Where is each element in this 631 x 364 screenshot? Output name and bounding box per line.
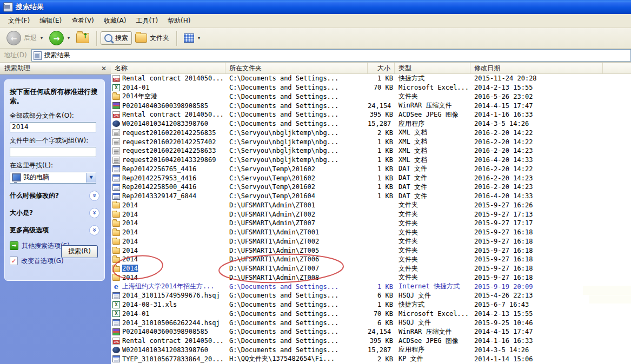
file-row[interactable]: request20160420143329869C:\Servyou\nbglj… — [111, 156, 631, 165]
word-input[interactable] — [10, 147, 96, 157]
search-toggle-button[interactable]: 搜索 — [101, 31, 132, 45]
file-name[interactable]: W020140103412083398760 — [122, 120, 208, 127]
menu-item-2[interactable]: 查看(V) — [67, 15, 99, 27]
search-section-0[interactable]: 什么时候修改的?» — [10, 191, 99, 201]
file-row[interactable]: Rental contract 2014050...C:\Documents a… — [111, 110, 631, 119]
search-section-2[interactable]: 更多高级选项» — [10, 225, 99, 235]
menu-item-4[interactable]: 工具(T) — [131, 15, 163, 27]
filename-input[interactable] — [10, 122, 96, 132]
file-row[interactable]: 2014D:\UFSMART1\Admin\ZT008文件夹2015-9-27 … — [111, 273, 631, 282]
file-name[interactable]: TYEP_310105677833864_20... — [122, 355, 224, 363]
file-name[interactable]: P020140403600398908585 — [122, 328, 208, 335]
file-row[interactable]: Rental contract 2014050...G:\Documents a… — [111, 336, 631, 346]
file-row[interactable]: Rep20142258500_4416C:\Servyou\Temp\20160… — [111, 183, 631, 192]
file-row[interactable]: 2014D:\UFSMART1\Admin\ZT005文件夹2015-9-27 … — [111, 246, 631, 255]
file-name[interactable]: request20160220142258633 — [122, 147, 216, 154]
address-combobox[interactable]: 搜索结果 — [31, 49, 631, 62]
file-size: 1 KB — [368, 301, 395, 308]
rar-file-icon — [112, 102, 120, 109]
file-name[interactable]: 2014 — [122, 265, 138, 272]
forward-dropdown-icon[interactable]: ▾ — [68, 36, 70, 41]
file-name[interactable]: P020140403600398908585 — [122, 102, 208, 110]
column-header-1[interactable]: 所在文件夹 — [225, 63, 368, 73]
file-name[interactable]: 2014_310115749599676.hsqj — [122, 292, 220, 299]
file-name[interactable]: Rep20142257953_4416 — [122, 174, 196, 182]
file-name[interactable]: Rental contract 2014050... — [122, 337, 224, 345]
chevron-expand-icon[interactable]: » — [89, 225, 99, 235]
file-row[interactable]: 2014D:\UFSMART\Admin\ZT002文件夹2015-9-27 1… — [111, 210, 631, 219]
file-name[interactable]: Rep20142256765_4416 — [122, 165, 196, 173]
file-row[interactable]: Rental contract 2014050...C:\Documents a… — [111, 74, 631, 83]
file-name[interactable]: W020140103412083398760 — [122, 346, 208, 354]
menu-item-0[interactable]: 文件(F) — [3, 15, 35, 27]
menu-item-5[interactable]: 帮助(H) — [163, 15, 195, 27]
file-row[interactable]: X2014-08-31.xlsG:\Documents and Settings… — [111, 300, 631, 309]
column-header-0[interactable]: 名称 — [111, 63, 225, 73]
file-name[interactable]: 2014 — [122, 211, 138, 218]
file-row[interactable]: 2014D:\UFSMART1\Admin\ZT007文件夹2015-9-27 … — [111, 264, 631, 273]
chevron-expand-icon[interactable]: » — [89, 208, 99, 218]
file-name[interactable]: request20160420143329869 — [122, 156, 216, 164]
file-row[interactable]: Rep20143329147_6844C:\Servyou\Temp\20160… — [111, 192, 631, 201]
file-name[interactable]: Rep20143329147_6844 — [122, 192, 196, 200]
menu-item-3[interactable]: 收藏(A) — [99, 15, 131, 27]
forward-button[interactable]: → ▾ — [46, 29, 73, 47]
column-header-3[interactable]: 类型 — [395, 63, 470, 73]
file-row[interactable]: P020140403600398908585G:\Documents and S… — [111, 327, 631, 336]
file-name[interactable]: 2014 — [122, 274, 138, 281]
up-button[interactable]: ↑ — [73, 31, 92, 45]
file-row[interactable]: W020140103412083398760G:\Documents and S… — [111, 346, 631, 355]
file-name[interactable]: 2014 — [122, 247, 138, 254]
file-row[interactable]: request20160220142257402C:\Servyou\nbglj… — [111, 137, 631, 146]
file-row[interactable]: 2014D:\UFSMART1\Admin\ZT001文件夹2015-9-27 … — [111, 228, 631, 237]
file-name[interactable]: 2014 — [122, 228, 138, 236]
file-name[interactable]: 2014 — [122, 201, 138, 209]
file-row[interactable]: 2014_310105066262244.hsqjG:\Documents an… — [111, 318, 631, 327]
file-row[interactable]: Rep20142257953_4416C:\Servyou\Temp\20160… — [111, 173, 631, 183]
file-row[interactable]: Rep20142256765_4416C:\Servyou\Temp\20160… — [111, 165, 631, 174]
file-row[interactable]: 2014D:\UFSMART1\Admin\ZT006文件夹2015-9-27 … — [111, 255, 631, 264]
chevron-down-icon[interactable]: ▼ — [86, 173, 96, 183]
file-name[interactable]: Rental contract 2014050... — [122, 75, 224, 82]
folders-toggle-button[interactable]: 文件夹 — [132, 32, 172, 44]
menu-item-1[interactable]: 编辑(E) — [35, 15, 67, 27]
close-icon[interactable]: ✕ — [101, 65, 107, 72]
file-row[interactable]: e上海纽约大学2014年招生方...G:\Documents and Setti… — [111, 282, 631, 291]
file-name[interactable]: 2014_310105066262244.hsqj — [122, 319, 220, 327]
file-name[interactable]: 2014 — [122, 255, 138, 263]
file-row[interactable]: X2014-01G:\Documents and Settings...70 K… — [111, 309, 631, 319]
views-button[interactable]: ▾ — [181, 32, 203, 44]
file-row[interactable]: P020140403600398908585C:\Documents and S… — [111, 101, 631, 110]
column-header-4[interactable]: 修改日期 — [470, 63, 603, 73]
views-dropdown-icon[interactable]: ▾ — [198, 36, 200, 41]
column-header-2[interactable]: 大小 — [368, 63, 395, 73]
file-name[interactable]: 2014年空港 — [122, 92, 157, 101]
file-name[interactable]: 2014 — [122, 219, 138, 227]
file-name[interactable]: 2014-08-31.xls — [122, 301, 177, 308]
look-in-dropdown[interactable]: 我的电脑 ▼ — [10, 172, 96, 184]
back-dropdown-icon[interactable]: ▾ — [41, 36, 43, 41]
file-row[interactable]: 2014年空港C:\Documents and Settings...文件夹20… — [111, 92, 631, 102]
file-name[interactable]: 上海纽约大学2014年招生方... — [122, 282, 215, 291]
file-name[interactable]: 2014 — [122, 238, 138, 245]
file-row[interactable]: TYEP_310105677833864_20...H:\QQ文件夹\13754… — [111, 354, 631, 363]
chevron-expand-icon[interactable]: » — [89, 191, 99, 201]
file-name[interactable]: request20160220142256835 — [122, 129, 216, 137]
file-name[interactable]: 2014-01 — [122, 310, 150, 318]
file-row[interactable]: X2014-01C:\Documents and Settings...70 K… — [111, 83, 631, 92]
file-name[interactable]: Rental contract 2014050... — [122, 111, 224, 118]
file-name[interactable]: 2014-01 — [122, 84, 150, 91]
search-section-1[interactable]: 大小是?» — [10, 208, 99, 218]
file-row[interactable]: request20160220142258633C:\Servyou\nbglj… — [111, 146, 631, 156]
file-type: ACDSee JPEG 图像 — [395, 110, 470, 119]
file-name[interactable]: Rep20142258500_4416 — [122, 183, 196, 191]
file-row[interactable]: 2014D:\UFSMART\Admin\ZT001文件夹2015-9-27 1… — [111, 201, 631, 210]
back-button[interactable]: ← 后退 ▾ — [3, 29, 46, 47]
search-button[interactable]: 搜索(R) — [61, 245, 98, 258]
file-row[interactable]: 2014D:\UFSMART1\Admin\ZT002文件夹2015-9-27 … — [111, 237, 631, 246]
file-row[interactable]: 2014D:\UFSMART\Admin\ZT007文件夹2015-9-27 1… — [111, 219, 631, 228]
file-row[interactable]: request20160220142256835C:\Servyou\nbglj… — [111, 129, 631, 138]
file-name[interactable]: request20160220142257402 — [122, 138, 216, 146]
file-row[interactable]: 2014_310115749599676.hsqjG:\Documents an… — [111, 291, 631, 300]
file-row[interactable]: W020140103412083398760C:\Documents and S… — [111, 119, 631, 129]
